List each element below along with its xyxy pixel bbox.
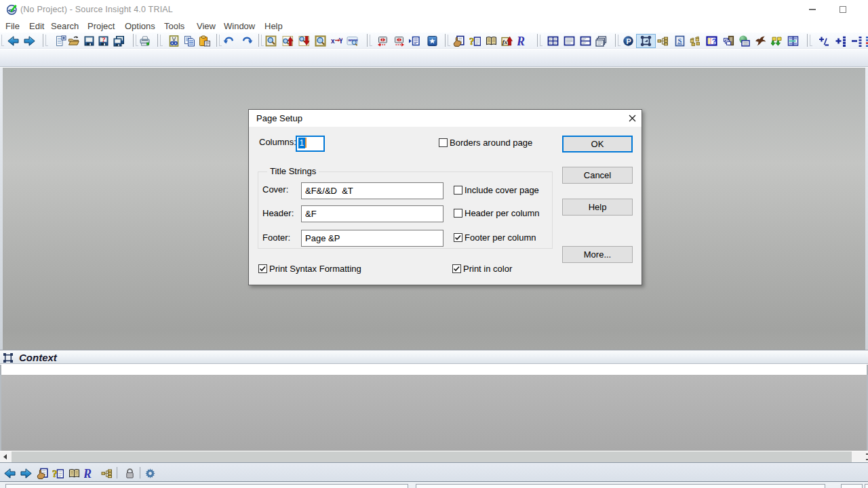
svg-text:Y: Y [339, 37, 343, 45]
svg-text:R: R [517, 35, 525, 47]
svg-text:fx: fx [502, 39, 508, 45]
svg-text:?: ? [712, 37, 717, 45]
svg-text:R: R [84, 468, 92, 479]
svg-text:S: S [678, 37, 682, 45]
svg-text:P: P [626, 37, 631, 45]
svg-text:?: ? [469, 36, 475, 47]
svg-text:?: ? [52, 468, 58, 479]
svg-text:x: x [331, 37, 335, 45]
svg-text:?: ? [102, 36, 105, 43]
